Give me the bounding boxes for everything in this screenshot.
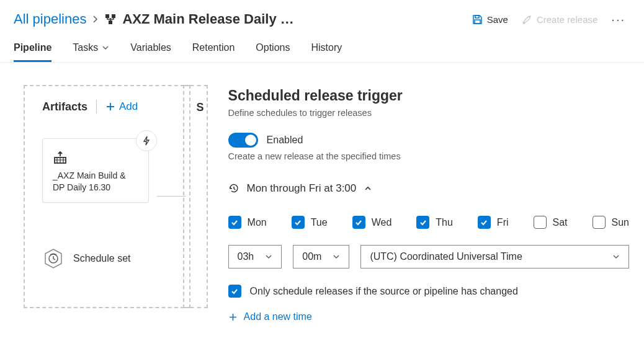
save-label: Save <box>487 14 508 25</box>
day-label: Sat <box>553 217 568 228</box>
chevron-down-icon <box>333 253 340 260</box>
day-checkbox-mon[interactable]: Mon <box>228 216 267 229</box>
hour-select[interactable]: 03h <box>228 245 282 268</box>
tab-bar: Pipeline Tasks Variables Retention Optio… <box>0 35 644 63</box>
tab-pipeline[interactable]: Pipeline <box>14 35 51 62</box>
schedule-set-label: Schedule set <box>73 253 131 264</box>
tab-tasks[interactable]: Tasks <box>73 35 109 62</box>
save-icon <box>472 14 483 25</box>
lightning-icon <box>141 136 151 146</box>
panel-subtitle: Define schedules to trigger releases <box>228 108 629 118</box>
plus-icon <box>105 102 115 112</box>
enabled-toggle-desc: Create a new release at the specified ti… <box>228 151 629 161</box>
chevron-right-icon <box>92 15 99 24</box>
tab-retention[interactable]: Retention <box>192 35 235 62</box>
chevron-down-icon <box>102 44 109 51</box>
pipeline-icon <box>105 14 116 25</box>
day-checkbox-fri[interactable]: Fri <box>478 216 509 229</box>
connector-line <box>157 196 186 203</box>
chevron-up-icon <box>364 184 372 193</box>
svg-rect-2 <box>109 20 112 24</box>
svg-rect-3 <box>475 16 479 18</box>
build-icon <box>53 150 138 165</box>
days-row: Mon Tue Wed Thu Fri Sat Sun <box>228 216 629 229</box>
add-new-time-label: Add a new time <box>244 311 312 322</box>
day-label: Sun <box>612 217 629 228</box>
day-label: Mon <box>248 217 267 228</box>
day-label: Fri <box>497 217 509 228</box>
minute-select[interactable]: 00m <box>293 245 349 268</box>
panel-title: Scheduled release trigger <box>228 87 629 104</box>
chevron-down-icon <box>265 253 272 260</box>
tab-options[interactable]: Options <box>256 35 290 62</box>
hour-value: 03h <box>238 251 254 262</box>
artifact-trigger-badge[interactable] <box>136 130 157 151</box>
minute-value: 00m <box>302 251 321 262</box>
day-checkbox-sat[interactable]: Sat <box>534 216 568 229</box>
add-artifact-label: Add <box>119 100 138 113</box>
divider <box>96 100 97 113</box>
only-if-changed-label: Only schedule releases if the source or … <box>250 286 518 297</box>
stages-panel-peek: S <box>183 85 208 308</box>
day-label: Thu <box>436 217 453 228</box>
timezone-value: (UTC) Coordinated Universal Time <box>370 251 522 262</box>
add-new-time-button[interactable]: Add a new time <box>228 311 629 322</box>
rocket-icon <box>522 14 532 25</box>
breadcrumb-root-link[interactable]: All pipelines <box>14 11 86 27</box>
svg-rect-4 <box>475 20 480 24</box>
day-checkbox-tue[interactable]: Tue <box>292 216 328 229</box>
tab-history[interactable]: History <box>311 35 342 62</box>
save-button[interactable]: Save <box>472 14 508 25</box>
day-checkbox-thu[interactable]: Thu <box>416 216 453 229</box>
clock-hex-icon <box>42 247 65 270</box>
only-if-changed-checkbox[interactable]: Only schedule releases if the source or … <box>228 285 629 298</box>
more-actions-button[interactable]: ··· <box>611 12 625 27</box>
day-checkbox-wed[interactable]: Wed <box>352 216 392 229</box>
create-release-button: Create release <box>522 14 597 25</box>
svg-rect-1 <box>112 14 115 18</box>
timezone-select[interactable]: (UTC) Coordinated Universal Time <box>360 245 629 268</box>
schedule-summary-row[interactable]: Mon through Fri at 3:00 <box>228 182 629 195</box>
add-artifact-button[interactable]: Add <box>105 100 138 113</box>
artifacts-title: Artifacts <box>42 100 87 113</box>
breadcrumb: All pipelines AXZ Main Release Daily … <box>14 11 472 27</box>
schedule-indicator[interactable]: Schedule set <box>42 247 177 270</box>
history-icon <box>228 183 239 194</box>
plus-icon <box>228 313 238 322</box>
enabled-toggle-label: Enabled <box>267 135 303 146</box>
pipeline-title: AXZ Main Release Daily … <box>105 11 293 27</box>
schedule-summary-text: Mon through Fri at 3:00 <box>247 182 357 195</box>
enabled-toggle[interactable] <box>228 133 258 148</box>
artifact-card[interactable]: _AXZ Main Build & DP Daily 16.30 <box>42 138 149 203</box>
tab-variables[interactable]: Variables <box>130 35 171 62</box>
pipeline-title-text: AXZ Main Release Daily … <box>122 11 293 27</box>
schedule-trigger-panel: Scheduled release trigger Define schedul… <box>202 63 644 322</box>
chevron-down-icon <box>612 253 620 260</box>
create-release-label: Create release <box>537 14 597 25</box>
tab-tasks-label: Tasks <box>73 42 98 53</box>
artifact-name: _AXZ Main Build & DP Daily 16.30 <box>53 170 138 193</box>
day-checkbox-sun[interactable]: Sun <box>593 216 629 229</box>
svg-rect-0 <box>105 14 109 18</box>
day-label: Tue <box>311 217 328 228</box>
day-label: Wed <box>372 217 392 228</box>
